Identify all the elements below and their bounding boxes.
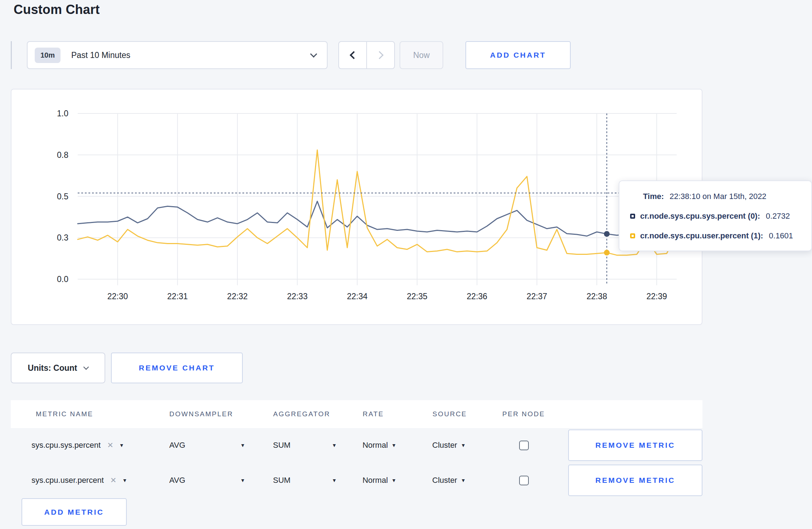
tooltip-time-row: Time: 22:38:10 on Mar 15th, 2022 — [630, 192, 801, 201]
chevron-down-icon — [83, 364, 89, 370]
remove-chart-button[interactable]: REMOVE CHART — [111, 353, 243, 383]
aggregator-select[interactable]: SUM▼ — [273, 476, 337, 485]
header-downsampler: DOWNSAMPLER — [169, 410, 273, 418]
series-sys-swatch-icon — [630, 214, 635, 219]
metric-dropdown-arrow-icon[interactable]: ▼ — [119, 442, 124, 448]
svg-text:22:36: 22:36 — [467, 292, 488, 301]
chart-tooltip: Time: 22:38:10 on Mar 15th, 2022 cr.node… — [619, 180, 812, 251]
rate-select[interactable]: Normal — [362, 476, 388, 485]
svg-text:22:33: 22:33 — [287, 292, 308, 301]
metric-name-value: sys.cpu.sys.percent — [32, 441, 101, 450]
now-button[interactable]: Now — [400, 41, 443, 69]
svg-text:22:38: 22:38 — [586, 292, 607, 301]
tooltip-time-value: 22:38:10 on Mar 15th, 2022 — [670, 192, 766, 201]
units-label: Units: Count — [28, 363, 77, 373]
series-user-swatch-icon — [630, 233, 635, 238]
dropdown-arrow-icon: ▼ — [332, 442, 337, 448]
dropdown-arrow-icon: ▼ — [391, 442, 396, 448]
line-chart[interactable]: 1.00.80.50.30.022:3022:3122:3222:3322:34… — [11, 89, 702, 324]
header-per-node: PER NODE — [502, 410, 569, 418]
rate-select[interactable]: Normal — [362, 441, 388, 450]
svg-text:22:34: 22:34 — [347, 292, 368, 301]
svg-text:0.5: 0.5 — [57, 192, 68, 201]
next-time-button[interactable] — [366, 42, 394, 68]
chevron-down-icon — [310, 50, 317, 58]
prev-time-button[interactable] — [339, 42, 366, 68]
clear-metric-icon[interactable]: ✕ — [107, 441, 113, 450]
dropdown-arrow-icon: ▼ — [461, 477, 466, 483]
metric-dropdown-arrow-icon[interactable]: ▼ — [122, 477, 127, 483]
svg-text:22:31: 22:31 — [167, 292, 188, 301]
time-nav — [338, 41, 395, 69]
header-rate: RATE — [363, 410, 432, 418]
header-source: SOURCE — [432, 410, 502, 418]
tooltip-series-row: cr.node.sys.cpu.user.percent (1): 0.1601 — [630, 231, 801, 241]
chevron-left-icon — [350, 51, 358, 59]
page-title: Custom Chart — [14, 2, 100, 17]
header-metric-name: METRIC NAME — [32, 410, 169, 418]
source-select[interactable]: Cluster — [432, 476, 457, 485]
chevron-right-icon — [376, 51, 384, 59]
clear-metric-icon[interactable]: ✕ — [110, 476, 117, 485]
dropdown-arrow-icon: ▼ — [240, 477, 245, 483]
dropdown-arrow-icon: ▼ — [240, 442, 245, 448]
per-node-checkbox[interactable] — [519, 441, 529, 450]
time-range-label: Past 10 Minutes — [71, 50, 311, 60]
tooltip-series-row: cr.node.sys.cpu.sys.percent (0): 0.2732 — [630, 212, 801, 221]
tooltip-series-name: cr.node.sys.cpu.user.percent (1): — [640, 231, 763, 241]
dropdown-arrow-icon: ▼ — [461, 442, 466, 448]
units-dropdown[interactable]: Units: Count — [11, 353, 105, 383]
tooltip-series-value: 0.2732 — [766, 212, 790, 221]
metric-row: sys.cpu.sys.percent ✕ ▼ AVG▼ SUM▼ Normal… — [11, 428, 702, 462]
aggregator-select[interactable]: SUM▼ — [273, 441, 337, 450]
remove-metric-button[interactable]: REMOVE METRIC — [568, 465, 702, 496]
header-aggregator: AGGREGATOR — [273, 410, 363, 418]
add-chart-button[interactable]: ADD CHART — [465, 41, 571, 69]
chart-card: 1.00.80.50.30.022:3022:3122:3222:3322:34… — [11, 89, 702, 325]
add-metric-button[interactable]: ADD METRIC — [21, 498, 127, 526]
downsampler-select[interactable]: AVG▼ — [169, 476, 245, 485]
tooltip-time-label: Time: — [643, 192, 664, 201]
tooltip-series-value: 0.1601 — [769, 231, 793, 241]
time-range-badge: 10m — [35, 48, 61, 63]
svg-text:22:32: 22:32 — [227, 292, 248, 301]
downsampler-select[interactable]: AVG▼ — [169, 441, 245, 450]
metrics-table-header: METRIC NAME DOWNSAMPLER AGGREGATOR RATE … — [11, 400, 702, 428]
source-select[interactable]: Cluster — [432, 441, 457, 450]
svg-text:22:30: 22:30 — [107, 292, 128, 301]
dropdown-arrow-icon: ▼ — [391, 477, 396, 483]
remove-metric-button[interactable]: REMOVE METRIC — [568, 429, 702, 461]
toolbar-divider — [11, 41, 12, 69]
svg-text:0.8: 0.8 — [57, 150, 68, 160]
svg-text:0.3: 0.3 — [57, 233, 68, 242]
svg-text:1.0: 1.0 — [57, 109, 68, 118]
per-node-checkbox[interactable] — [519, 476, 529, 485]
dropdown-arrow-icon: ▼ — [332, 477, 337, 483]
time-range-dropdown[interactable]: 10m Past 10 Minutes — [27, 41, 328, 69]
svg-text:22:37: 22:37 — [527, 292, 547, 301]
metric-name-value: sys.cpu.user.percent — [32, 476, 104, 485]
svg-text:22:35: 22:35 — [407, 292, 427, 301]
svg-text:0.0: 0.0 — [57, 275, 68, 284]
tooltip-series-name: cr.node.sys.cpu.sys.percent (0): — [640, 212, 760, 221]
metric-row: sys.cpu.user.percent ✕ ▼ AVG▼ SUM▼ Norma… — [11, 463, 702, 498]
custom-chart-page: Custom Chart 10m Past 10 Minutes Now ADD… — [0, 0, 812, 529]
svg-text:22:39: 22:39 — [646, 292, 667, 301]
